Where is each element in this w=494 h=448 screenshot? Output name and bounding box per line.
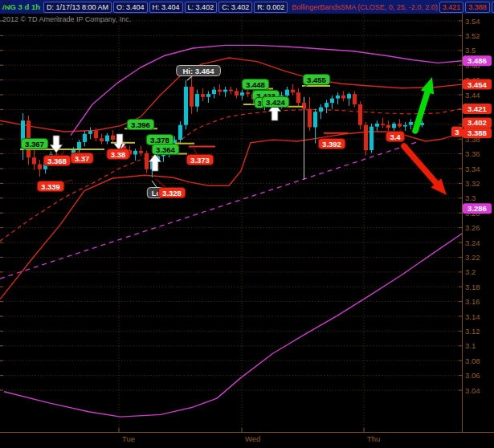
price-axis-label: 3.36 — [465, 149, 480, 158]
candle-body — [229, 90, 233, 92]
candle-body — [195, 94, 199, 107]
axis-badge-text: 3.286 — [467, 204, 487, 213]
candle-body — [392, 124, 396, 128]
candle-body — [403, 125, 407, 127]
price-bubble-text: 3.367 — [25, 140, 44, 149]
line-chart-glyph — [0, 0, 11, 9]
price-axis-label: 3.08 — [465, 356, 480, 365]
candle-body — [319, 108, 323, 112]
price-bubble-text: 3.368 — [47, 157, 67, 165]
axis-badge-text: 3.454 — [467, 80, 487, 89]
candle-body — [347, 94, 351, 99]
price-bubble-text: 3.339 — [41, 182, 60, 191]
price-axis-label: 3.22 — [465, 253, 480, 262]
price-bubble-text: 3.396 — [131, 120, 150, 129]
price-axis-label: 3.54 — [465, 17, 480, 26]
candle-body — [325, 103, 329, 108]
candle-body — [145, 153, 149, 169]
edge-badge-text: 3 — [455, 128, 459, 136]
price-bubble-text: 3 — [257, 99, 261, 108]
price-axis-label: 3.32 — [465, 179, 480, 188]
quote-box: D: 1/17/13 8:00 AM — [43, 2, 112, 13]
candle-body — [32, 157, 36, 164]
candle-body — [336, 96, 340, 99]
price-axis-label: 3.12 — [465, 327, 480, 336]
time-axis-label: Wed — [245, 434, 260, 443]
series-band-lower-magenta — [4, 234, 462, 417]
price-axis-label: 3.34 — [465, 165, 480, 173]
candle-body — [308, 109, 312, 128]
price-axis-label: 3.18 — [465, 283, 480, 291]
candle-body — [94, 131, 98, 138]
price-axis-label: 3.14 — [465, 312, 480, 321]
price-bubble-text: 3.37 — [75, 154, 90, 163]
price-bubble-text: 3.364 — [156, 145, 175, 154]
candle-body — [83, 134, 87, 142]
price-bubble-text: 3.4 — [390, 132, 401, 141]
price-bubble-text: 3.424 — [266, 98, 285, 107]
candle-body — [139, 151, 143, 153]
price-bubble-text: 3.448 — [246, 80, 265, 89]
quote-boxes: D: 1/17/13 8:00 AMO: 3.404H: 3.404L: 3.4… — [43, 2, 288, 13]
price-axis-label: 3.26 — [465, 223, 480, 232]
study-value-box: 3.421 — [439, 2, 464, 13]
candle-body — [100, 138, 104, 141]
candle-body — [358, 104, 362, 125]
candle-body — [375, 124, 379, 127]
price-bubble-text: Hi: 3.464 — [182, 67, 214, 75]
candle-body — [178, 125, 182, 140]
price-axis-label: 3.16 — [465, 297, 480, 306]
chart-header: /NG 3 d 1h D: 1/17/13 8:00 AMO: 3.404H: … — [0, 0, 494, 14]
candle-body — [386, 125, 390, 128]
study-value-box: 3.388 — [465, 2, 490, 13]
candle-body — [246, 92, 250, 94]
price-axis-label: 3.2 — [465, 267, 476, 276]
candle-body — [398, 124, 402, 127]
price-bubble-text: 3.38 — [111, 150, 126, 159]
candle-body — [206, 94, 210, 97]
study-value-boxes: 3.4213.3883... — [439, 2, 494, 13]
price-bubble-text: 3.378 — [150, 136, 169, 145]
candle-body — [330, 99, 334, 104]
trend-arrow-shaft[interactable] — [415, 92, 427, 131]
axis-badge-text: 3.421 — [467, 104, 487, 113]
price-bubble-text: 3.455 — [307, 75, 326, 84]
price-axis-label: 3.1 — [465, 341, 476, 350]
axis-badge-text: 3.486 — [467, 56, 487, 65]
quote-box: O: 3.404 — [113, 2, 148, 13]
price-axis-label: 3.52 — [465, 31, 480, 40]
candle-body — [218, 90, 222, 92]
series-bb-mid-red-dashed — [0, 109, 462, 242]
price-bubble-text: 3.392 — [322, 140, 341, 149]
candle-body — [291, 90, 295, 93]
candle-body — [409, 122, 413, 125]
chart-svg[interactable]: 3.543.523.53.483.463.443.423.43.383.363.… — [0, 0, 494, 448]
candle-body — [184, 87, 188, 125]
candle-body — [341, 96, 345, 99]
quote-box: C: 3.402 — [218, 2, 252, 13]
price-bubble-text: 3.373 — [190, 156, 210, 165]
quote-box: R: 0.002 — [254, 2, 288, 13]
series-bb-upper-red — [0, 58, 462, 132]
candle-body — [88, 131, 92, 134]
candle-body — [190, 87, 194, 107]
axis-badge-text: 3.402 — [467, 118, 487, 127]
study-label[interactable]: BollingerBandsSMA (CLOSE, 0, 25, -2.0, 2… — [292, 3, 438, 11]
candle-body — [201, 94, 205, 97]
candle-body — [105, 136, 109, 141]
candle-body — [313, 112, 317, 127]
candle-body — [240, 92, 244, 96]
price-axis-label: 3.44 — [465, 91, 480, 100]
trend-arrow-shaft[interactable] — [404, 146, 436, 183]
quote-box: H: 3.404 — [149, 2, 183, 13]
candle-body — [223, 90, 227, 92]
price-axis-label: 3.5 — [465, 46, 476, 55]
candle-body — [296, 92, 300, 103]
candle-body — [381, 124, 385, 125]
candle-body — [111, 136, 115, 141]
candle-body — [364, 125, 368, 150]
copyright-text: 2012 © TD Ameritrade IP Company, Inc. — [2, 15, 131, 23]
time-axis-label: Tue — [122, 434, 135, 443]
candle-body — [133, 151, 137, 155]
candle-body — [77, 142, 81, 149]
